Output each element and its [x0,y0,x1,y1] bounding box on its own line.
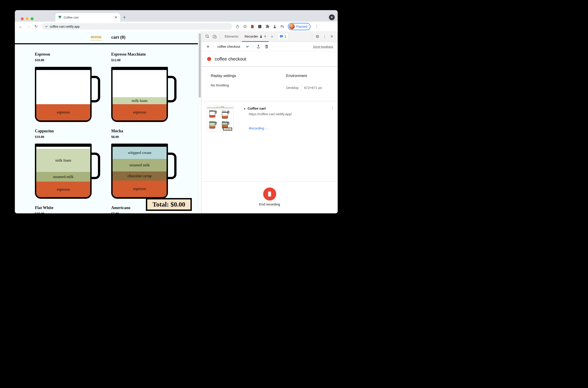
layer-label: milk foam [132,98,147,103]
environment-label[interactable]: Environment [286,73,338,78]
browser-toolbar: ← → ↻ coffee-cart.netlify.app [15,22,338,31]
recorder-tab-close-icon[interactable]: × [264,34,266,39]
cup-body: milk foamsteamed milkespresso [35,144,92,199]
product-cup[interactable]: whipped creamsteamed milkchocolate syrup… [111,144,168,199]
export-recording-icon[interactable] [255,44,261,49]
nav-link-menu[interactable]: menu [91,34,101,41]
extension-flask-icon[interactable] [272,24,277,29]
product-name: Flat White [35,205,92,210]
profile-paused-pill[interactable]: Paused [288,23,310,30]
forward-button: → [25,24,31,29]
mini-total-box: Total: $0.00 [223,128,232,131]
tab-search-button[interactable] [329,14,335,20]
devtools-close-icon[interactable]: × [329,34,335,39]
device-toolbar-icon[interactable] [212,34,218,39]
tab-strip: Coffee cart ✕ + [15,10,338,22]
mini-cup [222,112,228,119]
media-playlist-icon[interactable] [280,24,284,29]
mini-product: Espresso Macchiato [222,110,230,119]
tab-title: Coffee cart [64,16,112,19]
replay-settings-value: No throttling [211,83,286,87]
cup-layer-steamed-milk: steamed milk [113,159,167,171]
step-disclosure-icon[interactable]: ▸ [244,107,245,110]
environment-group: Environment Desktop 672×671 px [286,73,338,101]
extension-screenshot-icon[interactable] [250,24,255,29]
cup-layer-steamed-milk: steamed milk [36,172,90,182]
devtools-toolbar: Elements Recorder × » 1 [201,31,338,42]
layer-label: milk foam [55,158,71,163]
recording-steps: menucart (0)EspressoEspresso MacchiatoCa… [201,101,338,181]
page-scrollbar[interactable] [198,31,201,213]
devtools-toolbar-right: ⚙ ⋮ × [310,34,335,39]
environment-device: Desktop [286,86,298,90]
issues-counter[interactable]: 1 [277,33,289,40]
nav-divider [15,43,198,44]
mini-cup-handle [215,122,217,124]
layer-label: whipped cream [128,150,151,155]
bookmark-star-icon[interactable] [243,24,247,29]
browser-tab[interactable]: Coffee cart ✕ [55,13,120,22]
recording-select[interactable]: coffee checkout [215,45,251,48]
product-grid: Espresso$10.00espressoEspresso Macchiato… [35,52,201,213]
replay-settings-label[interactable]: Replay settings [211,73,286,78]
recording-select-value: coffee checkout [217,45,240,48]
chrome-menu-icon[interactable]: ⋮ [315,24,318,29]
share-icon[interactable] [235,24,240,29]
step-menu-icon[interactable]: ⋮ [331,106,335,111]
cup-body: espresso [35,67,92,122]
close-window-button[interactable] [21,17,24,20]
product-cup[interactable]: espresso [35,67,92,122]
new-tab-button[interactable]: + [123,15,126,20]
send-feedback-link[interactable]: Send feedback [313,45,335,48]
recorder-controls-bar: + coffee checkout Send feedback [201,42,338,51]
tab-elements[interactable]: Elements [221,31,241,42]
zoom-window-button[interactable] [31,17,34,20]
layer-label: steamed milk [53,175,74,179]
end-recording-button[interactable] [263,188,276,200]
product-cup[interactable]: milk foamsteamed milkespresso [35,144,92,199]
cup-body: whipped creamsteamed milkchocolate syrup… [111,144,168,199]
delete-recording-icon[interactable] [264,44,270,49]
extensions-puzzle-icon[interactable] [265,24,270,29]
nav-link-cart[interactable]: cart (0) [111,35,126,40]
cup-layer-espresso: espresso [36,104,90,121]
cart-total-box[interactable]: Total: $0.00 [146,198,192,211]
toolbar-divider [253,44,253,49]
reload-button[interactable]: ↻ [33,24,39,29]
cup-layer-chocolate-syrup: chocolate syrup [113,171,167,180]
product-card: Espresso$10.00espresso [35,52,92,122]
devtools-panel: Elements Recorder × » 1 [201,31,338,213]
step-card[interactable]: ▸ Coffee cart https://coffee-cart.netlif… [244,105,331,181]
product-name: Mocha [111,129,168,133]
traffic-lights [21,17,34,20]
devtools-menu-icon[interactable]: ⋮ [322,34,328,39]
mini-cup-handle [215,111,217,113]
toolbar-divider [213,44,213,49]
product-card: Mocha$8.00whipped creamsteamed milkchoco… [111,129,168,199]
chevron-down-icon [331,17,333,18]
mini-product: Espresso [209,110,217,119]
scrollbar-thumb[interactable] [199,33,201,98]
minimize-window-button[interactable] [26,17,29,20]
mini-product-grid: EspressoEspresso MacchiatoCappucinoMocha [209,110,233,128]
more-tabs-icon[interactable]: » [269,34,274,39]
product-card: Espresso Macchiato$12.00milk foamespress… [111,52,168,122]
layer-label: espresso [133,187,146,191]
experiment-flask-icon [260,35,263,38]
recorder-footer: End recording [201,181,338,213]
settings-gear-icon[interactable]: ⚙ [315,34,320,39]
back-button[interactable]: ← [18,24,24,29]
address-bar[interactable]: coffee-cart.netlify.app [42,23,232,30]
inspect-element-icon[interactable] [204,34,210,39]
extension-terminal-icon[interactable] [258,24,262,29]
tab-recorder[interactable]: Recorder × [241,31,269,42]
product-card: Cappucino$19.00milk foamsteamed milkespr… [35,129,92,199]
product-cup[interactable]: milk foamespresso [111,67,168,122]
add-recording-button[interactable]: + [206,44,209,49]
recording-header: coffee checkout [201,51,338,67]
vue-favicon-icon [58,16,62,19]
layer-label: espresso [57,187,70,192]
site-info-chevron-icon[interactable] [45,26,48,27]
layer-label: espresso [57,110,70,115]
tab-close-icon[interactable]: ✕ [114,16,118,19]
